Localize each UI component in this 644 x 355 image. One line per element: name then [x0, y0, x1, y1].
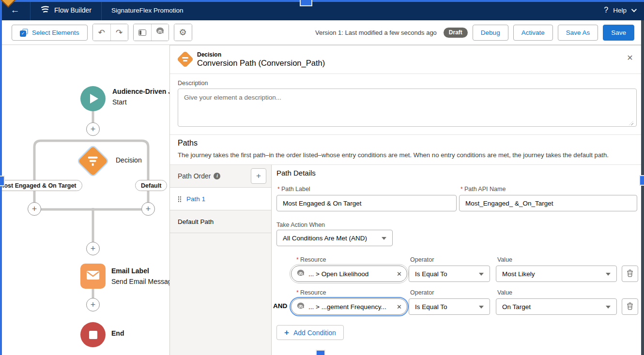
element-type-label: Decision [197, 51, 221, 58]
panel-title: Conversion Path (Conversion_Path) [197, 59, 325, 68]
help-label: Help [613, 7, 627, 14]
settings-group: ⚙ [174, 24, 192, 41]
help-question-icon: ? [604, 6, 608, 15]
operator-value: Is Equal To [415, 270, 447, 278]
operator-value: Is Equal To [415, 303, 447, 311]
plus-icon: + [146, 205, 151, 213]
path-order-item-default-path[interactable]: Default Path [170, 210, 271, 233]
back-arrow-icon: ← [11, 5, 20, 15]
dropdown-caret-icon [479, 273, 484, 276]
left-panel-icon [138, 30, 146, 36]
description-label: Description [178, 80, 208, 87]
settings-button[interactable]: ⚙ [174, 24, 192, 41]
take-action-when-label: Take Action When [276, 222, 325, 228]
path-api-name-label: *Path API Name [460, 186, 506, 192]
path-label-input[interactable] [276, 195, 457, 211]
gear-icon: ⚙ [179, 27, 186, 38]
email-node[interactable] [80, 264, 106, 289]
add-element-button[interactable]: + [86, 242, 100, 255]
activate-button[interactable]: Activate [513, 25, 553, 41]
branch-label-most-engaged[interactable]: Most Engaged & On Target [0, 180, 82, 191]
save-as-button[interactable]: Save As [558, 25, 598, 41]
select-elements-icon: ✓ [20, 29, 28, 37]
clear-icon[interactable]: ✕ [397, 270, 402, 278]
path-label-label: *Path Label [277, 186, 310, 192]
start-node-title: Audience-Driven Jo [112, 88, 176, 95]
resource-label: *Resource [296, 256, 326, 263]
description-input[interactable] [178, 89, 637, 127]
version-text: Version 1: Last modified a few seconds a… [315, 29, 437, 36]
einstein-icon [155, 27, 165, 38]
info-icon[interactable]: i [214, 173, 220, 179]
condition-logic-prefix: AND [273, 302, 287, 310]
plus-icon: + [91, 300, 96, 309]
value-value: On Target [502, 303, 531, 311]
drag-handle-icon[interactable] [178, 196, 182, 202]
path-order-item-path-1[interactable]: Path 1 [170, 188, 271, 210]
paths-heading: Paths [178, 139, 198, 148]
top-nav: ← Flow Builder SignatureFlex Promotion ?… [0, 0, 644, 20]
condition-1-resource-combobox[interactable]: ... > Open Likelihood ✕ [291, 266, 407, 282]
delete-condition-2-button[interactable] [622, 298, 638, 315]
debug-button[interactable]: Debug [473, 25, 508, 41]
operator-label: Operator [410, 289, 434, 296]
condition-2-value-select[interactable]: On Target [496, 298, 617, 315]
select-elements-button[interactable]: ✓ Select Elements [12, 25, 88, 41]
view-tools-group [133, 24, 169, 41]
start-node[interactable] [80, 86, 106, 111]
undo-button[interactable]: ↶ [93, 24, 110, 41]
close-panel-button[interactable]: ✕ [623, 50, 637, 65]
add-element-button[interactable]: + [28, 202, 41, 216]
path-api-name-input[interactable] [459, 195, 637, 211]
close-icon: ✕ [627, 54, 633, 62]
take-action-when-select[interactable]: All Conditions Are Met (AND) [276, 230, 393, 246]
einstein-button[interactable] [151, 24, 169, 41]
select-elements-label: Select Elements [32, 29, 79, 36]
dropdown-caret-icon [606, 273, 611, 276]
clear-icon[interactable]: ✕ [397, 303, 402, 311]
plus-icon: + [256, 171, 261, 180]
plus-icon: + [91, 125, 96, 133]
path-details-heading: Path Details [276, 169, 316, 177]
value-label: Value [497, 289, 512, 296]
redo-button[interactable]: ↷ [110, 24, 128, 41]
play-icon [90, 94, 98, 104]
path-item-label: Default Path [178, 218, 214, 225]
start-node-subtitle: Start [112, 98, 127, 106]
save-button[interactable]: Save [603, 25, 634, 41]
condition-2-operator-select[interactable]: Is Equal To [409, 298, 490, 315]
add-element-button[interactable]: + [86, 298, 100, 311]
dropdown-caret-icon [382, 237, 386, 240]
path-order-heading: Path Order [178, 172, 211, 180]
operator-label: Operator [410, 256, 434, 263]
dropdown-caret-icon [606, 306, 611, 309]
redo-icon: ↷ [116, 28, 123, 38]
add-condition-button[interactable]: + Add Condition [276, 325, 344, 340]
app-brand: Flow Builder [31, 0, 101, 20]
condition-1-value-select[interactable]: Most Likely [496, 266, 617, 282]
help-menu[interactable]: ? Help [604, 6, 644, 15]
connector-branch-left [34, 141, 93, 209]
status-badge: Draft [444, 28, 468, 38]
value-label: Value [497, 256, 512, 263]
connector-branch-right [93, 141, 148, 209]
add-element-button[interactable]: + [86, 122, 100, 136]
divider [170, 74, 644, 74]
decision-properties-panel: Decision Conversion Path (Conversion_Pat… [169, 45, 644, 355]
add-element-button[interactable]: + [141, 202, 155, 216]
resource-label: *Resource [296, 289, 326, 296]
plus-icon: + [284, 328, 289, 338]
condition-1-operator-select[interactable]: Is Equal To [409, 266, 490, 282]
add-condition-label: Add Condition [293, 329, 336, 337]
delete-condition-1-button[interactable] [622, 266, 638, 282]
decision-diamond-icon [177, 51, 194, 68]
toggle-toolbox-button[interactable] [134, 24, 151, 41]
add-path-button[interactable]: + [251, 168, 266, 184]
condition-2-resource-combobox[interactable]: ... > ...gement Frequency... ✕ [291, 298, 407, 315]
flow-title: SignatureFlex Promotion [102, 7, 193, 14]
branch-label-default[interactable]: Default [135, 180, 167, 191]
end-node[interactable] [80, 322, 106, 347]
dropdown-caret-icon [479, 306, 484, 309]
back-button[interactable]: ← [0, 0, 30, 20]
resource-value: ... > Open Likelihood [308, 270, 393, 278]
